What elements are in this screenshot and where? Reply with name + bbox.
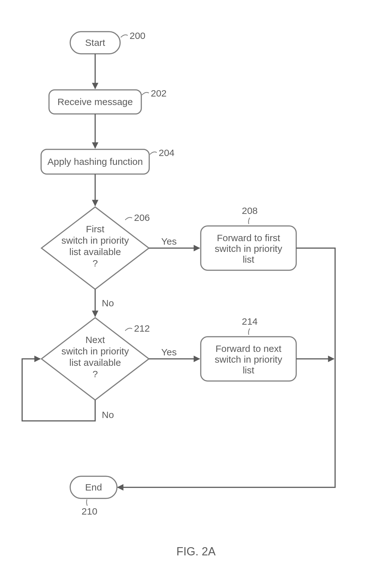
dec2-ref: 212 xyxy=(134,323,150,334)
dec2-no: No xyxy=(102,409,114,420)
flowchart-svg: Start 200 Receive message 202 Apply hash… xyxy=(0,0,392,575)
fwd2-l3: list xyxy=(243,365,254,375)
fwd1-l1: Forward to first xyxy=(217,233,280,243)
fwd2-ref: 214 xyxy=(242,316,258,327)
dec1-l3: list available xyxy=(69,247,121,257)
dec1-l1: First xyxy=(86,224,105,234)
dec2-l3: list available xyxy=(69,357,121,368)
dec1-yes: Yes xyxy=(161,236,177,247)
receive-label: Receive message xyxy=(58,97,133,107)
dec2-l1: Next xyxy=(85,334,105,345)
receive-ref: 202 xyxy=(151,88,167,98)
end-label: End xyxy=(85,482,102,492)
end-ref: 210 xyxy=(82,506,97,516)
fwd1-l3: list xyxy=(243,254,254,265)
dec2-l4: ? xyxy=(93,369,98,379)
fwd1-l2: switch in priority xyxy=(215,243,282,254)
dec2-yes: Yes xyxy=(161,347,177,357)
fwd2-l2: switch in priority xyxy=(215,354,282,365)
hash-ref: 204 xyxy=(159,147,175,158)
figure-caption: FIG. 2A xyxy=(176,545,216,558)
fwd1-ref: 208 xyxy=(242,205,258,216)
start-label: Start xyxy=(85,37,105,48)
fwd2-l1: Forward to next xyxy=(216,343,282,354)
dec1-ref: 206 xyxy=(134,212,150,223)
dec1-l4: ? xyxy=(93,258,98,268)
hash-label: Apply hashing function xyxy=(47,156,143,167)
dec1-no: No xyxy=(102,298,114,308)
dec1-l2: switch in priority xyxy=(61,235,129,246)
start-ref: 200 xyxy=(130,30,145,41)
dec2-l2: switch in priority xyxy=(61,346,129,356)
